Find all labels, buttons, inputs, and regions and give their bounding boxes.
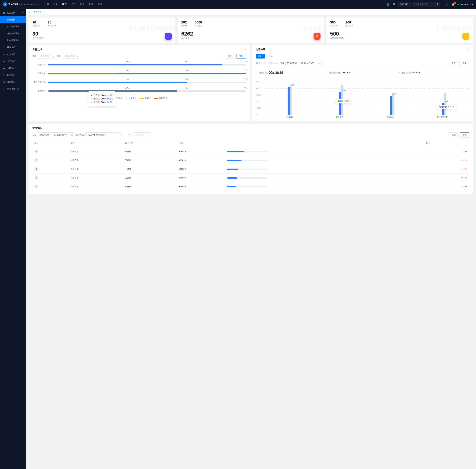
top-menu-item[interactable]: 运营	[89, 3, 93, 6]
top-menu-item[interactable]: 线索	[53, 3, 58, 6]
trend-down-icon	[461, 169, 463, 170]
sidebar-item[interactable]: 销售主管看板	[0, 30, 26, 37]
ranking-card: 业绩排行 日期 至 ▦ 统计方式 按工单客户经理统计 部门 请选择部门 重	[29, 124, 473, 194]
mobile-icon[interactable]: 📱	[446, 3, 449, 6]
rank-badge: 5	[34, 184, 38, 188]
top-nav: ☁ 云朵CRM 教育机构一站 式服务云平台 数据线索客户公海财务运营报名 👤 ☎…	[0, 0, 476, 9]
sidebar-nav-item[interactable]: ☗访客分析	[0, 65, 26, 72]
delta-value: 12%	[461, 159, 467, 161]
calendar-icon: ▦	[318, 62, 320, 65]
content: ☰ 公司看板 ✕ CUSTOMER10有效客户20通话客户30今日首咨客户👤TA…	[26, 9, 476, 469]
comm-reset-button[interactable]: 重置	[449, 61, 459, 66]
check-icon: ✔	[314, 33, 321, 40]
bell-icon[interactable]: 🔔5	[452, 3, 455, 6]
progress-bar	[227, 177, 267, 179]
table-row: 5销售四部王嘟嘟¥1902010%	[32, 182, 469, 191]
tab-company-board[interactable]: 公司看板 ✕	[33, 9, 45, 15]
sidebar-nav-item[interactable]: ◎成本分析	[0, 51, 26, 58]
logo[interactable]: ☁ 云朵CRM 教育机构一站 式服务云平台	[3, 2, 39, 6]
nav-icon: ↻	[3, 60, 5, 63]
target-row: 呼出目标300050007000	[32, 72, 246, 75]
rank-badge: 2	[34, 158, 38, 162]
expand-icon[interactable]: ⤢	[244, 49, 246, 51]
ranking-reset-button[interactable]: 重置	[449, 132, 459, 137]
top-menu-item[interactable]: 财务	[80, 3, 85, 6]
delta-value: 12%	[461, 168, 467, 170]
search-mode-select[interactable]: 手机号码	[398, 2, 412, 7]
notif-badge: 5	[454, 2, 456, 4]
trend-up-icon	[461, 151, 463, 152]
cloud-icon: ☁	[3, 2, 7, 6]
chevron-up-icon: ˄	[22, 12, 23, 14]
person-icon[interactable]: 👤	[386, 3, 389, 6]
close-icon[interactable]: ✕	[42, 11, 44, 13]
comm-date-to[interactable]	[304, 62, 317, 65]
calendar-icon: ▦	[71, 134, 73, 136]
sidebar: ▦ 数据看板 ˄ 公司看板推广主管看板销售主管看板客户经理看板 ▽漏斗分析◎成本…	[0, 9, 26, 469]
expand-icon[interactable]: ⤢	[468, 49, 469, 51]
summary-card: CUSTOMER10有效客户20通话客户30今日首咨客户👤	[29, 17, 175, 43]
nav-icon: ⊞	[3, 81, 5, 84]
top-menu-item[interactable]: 报名	[98, 3, 102, 6]
sidebar-nav-item[interactable]: ♁渠道分析	[0, 72, 26, 79]
delta-value: 12%	[461, 177, 467, 179]
sidebar-nav-item[interactable]: ⊞销售分析	[0, 79, 26, 86]
chart-annotation: 接通率：70.9%	[336, 99, 351, 103]
top-menu-item[interactable]: 客户	[62, 3, 67, 6]
tab-dept[interactable]: 部门	[256, 54, 265, 58]
targets-tooltip: 已完成300029.9% 未完成700069.1% 应完成500050.9%	[88, 91, 116, 106]
tab-person[interactable]: 个人	[266, 54, 275, 58]
ranking-title: 业绩排行	[32, 127, 42, 130]
nav-icon: ▽	[3, 46, 5, 49]
sidebar-nav-item[interactable]: ⎌数据流转记录	[0, 86, 26, 93]
comm-card: 沟通效率 ⤢ 部门 个人 部门 请选择部门 日期 至	[252, 45, 473, 121]
sidebar-nav-item[interactable]: ↻推广分析	[0, 58, 26, 65]
targets-title: 目标达成	[32, 48, 42, 51]
comm-query-button[interactable]: 查询	[460, 61, 469, 66]
person-icon: 👤	[165, 33, 172, 40]
comm-dept-select[interactable]: 请选择部门	[261, 61, 278, 66]
comm-date-from[interactable]	[287, 62, 300, 65]
nav-icon: ◎	[3, 53, 5, 56]
sidebar-item[interactable]: 客户经理看板	[0, 37, 26, 44]
targets-query-button[interactable]: 查询	[237, 54, 246, 59]
comm-date-range[interactable]: 至 ▦	[286, 61, 322, 66]
comm-bar-chart: 010000200003000040000500004300035000接通率：…	[256, 80, 469, 118]
ranking-date-range[interactable]: 至 ▦	[38, 132, 74, 137]
delta-value: 10%	[461, 151, 467, 153]
progress-bar	[227, 160, 267, 161]
rank-badge: 3	[34, 167, 38, 171]
ranking-date-to[interactable]	[57, 134, 70, 136]
username: manager11	[460, 3, 471, 6]
user-menu[interactable]: manager11 ▾	[458, 3, 473, 6]
ranking-dept-select[interactable]: 请选择部门	[134, 132, 151, 137]
progress-bar	[227, 168, 267, 170]
tab-bar: ☰ 公司看板 ✕	[26, 9, 476, 15]
table-row: 1销售四部王嘟嘟¥1902010%	[32, 147, 469, 156]
table-row: 4销售四部王嘟嘟¥1902012%	[32, 173, 469, 182]
period-select[interactable]: 请选择周期	[62, 54, 79, 59]
chevron-down-icon: ▾	[472, 3, 473, 6]
chart-annotation: 有效接通率：70.9%	[437, 105, 456, 109]
ranking-method-select[interactable]: 按工单客户经理统计	[85, 132, 122, 137]
target-select[interactable]: 请选择目标	[38, 54, 55, 59]
sidebar-item[interactable]: 推广主管看板	[0, 23, 26, 30]
menu-toggle-icon[interactable]: ☰	[29, 11, 31, 13]
target-row: 通时目标30min50min70min	[32, 90, 246, 92]
search-input[interactable]	[412, 2, 440, 7]
sidebar-item[interactable]: 公司看板	[0, 16, 26, 23]
status-dot	[458, 4, 459, 5]
top-menu: 数据线索客户公海财务运营报名	[44, 3, 102, 6]
trend-up-icon	[461, 186, 463, 187]
top-menu-item[interactable]: 公海	[71, 3, 76, 6]
phone-icon[interactable]: ☎	[392, 3, 395, 6]
ranking-query-button[interactable]: 查询	[460, 132, 469, 137]
targets-reset-button[interactable]: 重置	[226, 54, 235, 59]
logo-text: 云朵CRM	[8, 3, 18, 6]
nav-icon: ♁	[3, 74, 5, 77]
sidebar-nav-item[interactable]: ▽漏斗分析	[0, 44, 26, 51]
ranking-date-from[interactable]	[39, 134, 53, 136]
top-menu-item[interactable]: 数据	[44, 3, 49, 6]
ranking-table: 排名部门客户经理业绩环比 1销售四部王嘟嘟¥1902010%2销售四部王嘟嘟¥1…	[32, 140, 469, 191]
sidebar-group-data[interactable]: ▦ 数据看板 ˄	[0, 9, 26, 16]
